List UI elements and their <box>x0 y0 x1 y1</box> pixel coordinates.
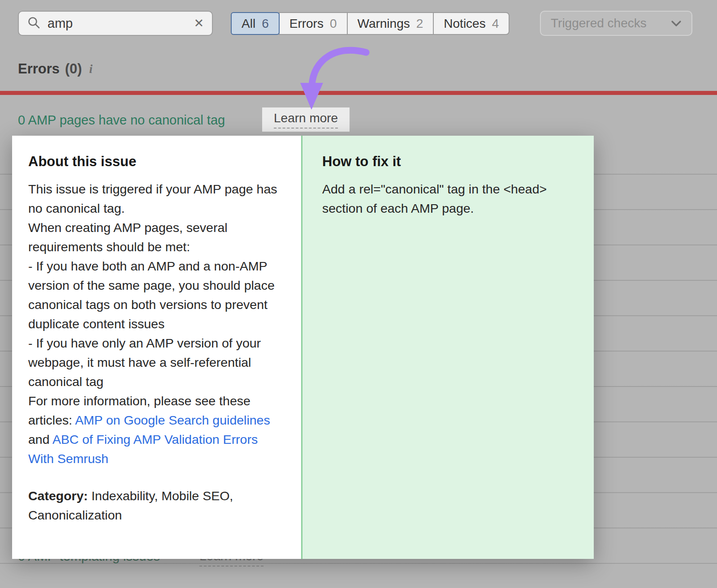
about-paragraph: - If you have only an AMP version of you… <box>28 334 282 391</box>
info-icon[interactable]: i <box>89 62 93 76</box>
tab-count: 0 <box>330 17 337 31</box>
category-line: Category: Indexability, Mobile SEO, Cano… <box>28 486 282 525</box>
tab-count: 4 <box>492 17 499 31</box>
search-box[interactable]: ✕ <box>18 11 213 36</box>
fix-title: How to fix it <box>322 154 574 170</box>
curved-arrow-icon <box>294 43 379 118</box>
tab-label: Warnings <box>358 17 410 31</box>
about-this-issue-panel: About this issue This issue is triggered… <box>12 136 302 559</box>
issue-row-title: 0 AMP pages have no canonical tag <box>18 113 225 128</box>
errors-section-red-bar <box>0 91 717 95</box>
tab-label: Notices <box>444 17 485 31</box>
search-icon <box>27 16 40 31</box>
triggered-checks-dropdown[interactable]: Triggered checks <box>540 11 692 36</box>
learn-more-button[interactable]: Learn more <box>262 107 350 132</box>
about-title: About this issue <box>28 154 282 170</box>
tab-count: 6 <box>262 17 269 31</box>
fix-text: Add a rel="canonical" tag in the <head> … <box>322 180 574 218</box>
clear-search-icon[interactable]: ✕ <box>194 17 204 30</box>
tab-label: Errors <box>289 17 324 31</box>
link-joiner: and <box>28 432 52 446</box>
about-paragraph: When creating AMP pages, several require… <box>28 218 282 257</box>
tab-all[interactable]: All 6 <box>231 12 280 35</box>
section-count: (0) <box>65 61 82 77</box>
triggered-checks-label: Triggered checks <box>551 16 647 30</box>
chevron-down-icon <box>671 16 682 30</box>
about-paragraph: This issue is triggered if your AMP page… <box>28 180 282 218</box>
tab-warnings[interactable]: Warnings 2 <box>347 12 434 35</box>
errors-section-heading: Errors (0) i <box>18 61 92 77</box>
learn-more-popup: About this issue This issue is triggered… <box>12 136 594 559</box>
about-paragraph-links: For more information, please see these a… <box>28 391 282 468</box>
tab-notices[interactable]: Notices 4 <box>433 12 510 35</box>
filter-tab-group: All 6 Errors 0 Warnings 2 Notices 4 <box>231 12 510 35</box>
link-abc-fixing-amp-errors[interactable]: ABC of Fixing AMP Validation Errors With… <box>28 432 258 466</box>
how-to-fix-panel: How to fix it Add a rel="canonical" tag … <box>302 136 594 559</box>
tab-errors[interactable]: Errors 0 <box>279 12 348 35</box>
category-label: Category: <box>28 489 88 503</box>
search-input[interactable] <box>48 16 186 31</box>
section-title-text: Errors <box>18 61 60 77</box>
about-paragraph: - If you have both an AMP and a non-AMP … <box>28 257 282 334</box>
link-amp-google-search-guidelines[interactable]: AMP on Google Search guidelines <box>75 413 270 427</box>
tab-count: 2 <box>416 17 423 31</box>
tab-label: All <box>242 17 255 31</box>
learn-more-label: Learn more <box>274 111 338 129</box>
